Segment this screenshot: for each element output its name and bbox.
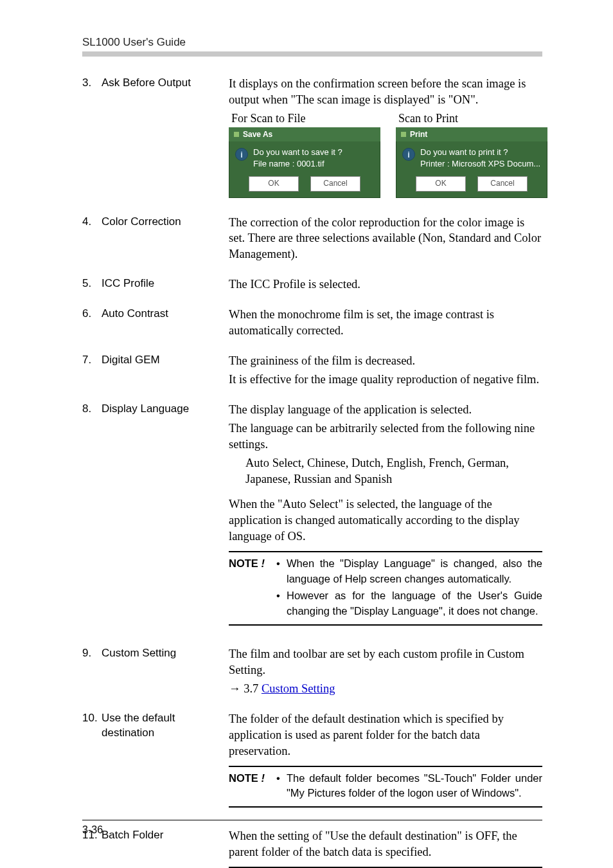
ok-button[interactable]: OK: [249, 176, 299, 192]
ok-button[interactable]: OK: [416, 176, 466, 192]
print-dialog: Print i Do you want to print it ? Printe…: [396, 127, 547, 197]
item-label: ICC Profile: [102, 276, 229, 295]
item-num: 4.: [82, 215, 102, 266]
note-item: The default folder becomes "SL-Touch" Fo…: [276, 771, 542, 802]
item-text: When the monochrome film is set, the ima…: [229, 307, 542, 339]
item-label: Digital GEM: [102, 353, 229, 390]
item-text: It displays on the confirmation screen b…: [229, 76, 547, 108]
note-item: When the "Display Language" is changed, …: [276, 556, 542, 587]
dialog-msg: Do you want to print it ?: [420, 147, 540, 158]
page-footer: 3-36: [82, 820, 542, 836]
cancel-button[interactable]: Cancel: [310, 176, 360, 192]
note-label: NOTE: [229, 772, 258, 784]
item-num: 5.: [82, 276, 102, 295]
item-text: The ICC Profile is selected.: [229, 276, 542, 293]
item-text: The film and toolbar are set by each cus…: [229, 646, 542, 678]
item-text: When the "Auto Select" is selected, the …: [229, 496, 542, 545]
item-label: Color Correction: [102, 215, 229, 266]
item-crossref: → 3.7 Custom Setting: [229, 681, 542, 697]
note-label-excl: !: [258, 557, 265, 569]
item-text: The folder of the default destination wh…: [229, 711, 542, 759]
item-text: The display language of the application …: [229, 402, 542, 418]
cancel-button[interactable]: Cancel: [477, 176, 528, 192]
dialog-msg: File name : 0001.tif: [253, 158, 342, 170]
item-text: The graininess of the film is decreased.: [229, 353, 542, 369]
item-num: 10.: [82, 711, 102, 817]
note-box: NOTE ! When the "Display Language" is ch…: [229, 551, 542, 626]
info-icon: i: [235, 148, 248, 161]
dialog-titlebar: Save As: [229, 127, 380, 141]
custom-setting-link[interactable]: Custom Setting: [262, 682, 335, 695]
item-text: It is effective for the image quality re…: [229, 372, 542, 388]
item-num: 7.: [82, 353, 102, 390]
dialog-caption: For Scan to File: [231, 111, 380, 126]
dialog-msg: Printer : Microsoft XPS Docum...: [420, 158, 540, 170]
item-num: 3.: [82, 76, 102, 203]
window-icon: [401, 132, 406, 137]
dialog-title: Save As: [243, 129, 272, 140]
item-label: Auto Contrast: [102, 307, 229, 341]
item-num: 8.: [82, 402, 102, 634]
info-icon: i: [402, 148, 415, 161]
crossref-arrow: → 3.7: [229, 682, 262, 695]
dialog-msg: Do you want to save it ?: [253, 147, 342, 158]
item-label: Custom Setting: [102, 646, 229, 700]
doc-header: SL1000 User's Guide: [82, 36, 542, 49]
note-item: However as for the language of the User'…: [276, 588, 542, 619]
item-label: Display Language: [102, 402, 229, 634]
saveas-dialog: Save As i Do you want to save it ? File …: [229, 127, 380, 197]
item-text: The correction of the color reproduction…: [229, 215, 542, 263]
window-icon: [234, 132, 239, 137]
note-label: NOTE: [229, 557, 258, 569]
item-label: Ask Before Output: [102, 76, 229, 203]
dialog-titlebar: Print: [396, 127, 547, 141]
item-text-indent: Auto Select, Chinese, Dutch, English, Fr…: [229, 455, 542, 487]
dialog-title: Print: [410, 129, 427, 140]
item-label: Use the default destination: [102, 711, 229, 817]
item-text: The language can be arbitrarily selected…: [229, 420, 542, 453]
note-box: NOTE ! The default folder becomes "SL-To…: [229, 766, 542, 808]
page-number: 3-36: [82, 824, 542, 836]
dialog-caption: Scan to Print: [398, 111, 547, 126]
header-rule: [82, 51, 542, 57]
note-label-excl: !: [258, 772, 265, 784]
item-num: 9.: [82, 646, 102, 700]
item-num: 6.: [82, 307, 102, 341]
